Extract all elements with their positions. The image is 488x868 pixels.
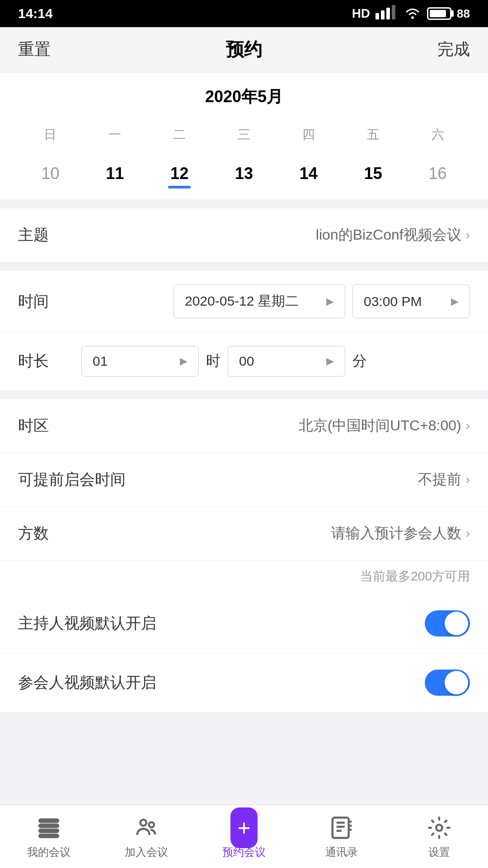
early-start-chevron: › — [466, 472, 470, 487]
hours-unit: 时 — [206, 351, 221, 371]
participants-chevron: › — [466, 526, 470, 541]
day-11[interactable]: 11 — [83, 157, 147, 190]
tab-contacts-label: 通讯录 — [325, 845, 358, 859]
day-10[interactable]: 10 — [18, 157, 83, 190]
tab-schedule-label: 预约会议 — [222, 845, 266, 859]
time-row: 时间 2020-05-12 星期二 ▶ 03:00 PM ▶ — [0, 271, 488, 332]
topic-label: 主题 — [18, 225, 72, 245]
topic-value: lion的BizConf视频会议 › — [72, 225, 470, 245]
svg-rect-0 — [375, 13, 379, 19]
tab-my-meetings[interactable]: 我的会议 — [0, 814, 98, 859]
done-button[interactable]: 完成 — [437, 38, 470, 61]
minutes-unit: 分 — [352, 351, 367, 371]
nav-bar: 重置 预约 完成 — [0, 27, 488, 72]
tab-schedule[interactable]: + 预约会议 — [195, 814, 293, 859]
tab-bar: 我的会议 加入会议 + 预约会议 — [0, 805, 488, 868]
duration-inputs: 01 ▶ 时 00 ▶ 分 — [81, 346, 367, 377]
timezone-label: 时区 — [18, 415, 72, 436]
svg-rect-6 — [40, 825, 58, 827]
hours-arrow: ▶ — [180, 355, 188, 367]
add-icon: + — [230, 814, 258, 841]
attendee-video-row: 参会人视频默认开启 — [0, 653, 488, 712]
schedule-add-btn[interactable]: + — [230, 807, 258, 848]
host-video-knob — [445, 612, 468, 635]
wifi-icon — [404, 5, 422, 23]
host-video-label: 主持人视频默认开启 — [18, 613, 156, 634]
svg-rect-8 — [40, 835, 58, 837]
attendee-video-value — [156, 670, 470, 696]
tab-settings-label: 设置 — [428, 845, 450, 859]
timezone-row[interactable]: 时区 北京(中国时间UTC+8:00) › — [0, 399, 488, 453]
time-picker-arrow: ▶ — [451, 296, 459, 307]
contacts-icon — [328, 814, 355, 841]
time-picker[interactable]: 03:00 PM ▶ — [352, 284, 470, 318]
date-picker-arrow: ▶ — [326, 296, 334, 307]
topic-row[interactable]: 主题 lion的BizConf视频会议 › — [0, 208, 488, 262]
weekday-3: 三 — [212, 122, 277, 148]
day-14[interactable]: 14 — [276, 157, 341, 190]
svg-point-4 — [411, 16, 414, 19]
host-video-row: 主持人视频默认开启 — [0, 594, 488, 653]
settings-section: 时区 北京(中国时间UTC+8:00) › 可提前启会时间 不提前 › 方数 请… — [0, 399, 488, 712]
status-right: HD 88 — [352, 5, 470, 23]
weekday-5: 五 — [341, 122, 405, 148]
svg-point-10 — [149, 822, 154, 827]
minutes-arrow: ▶ — [326, 355, 334, 367]
attendee-video-knob — [445, 671, 468, 694]
users-icon — [133, 814, 160, 841]
settings-icon — [426, 814, 453, 841]
signal-bars — [375, 5, 398, 23]
weekday-1: 一 — [83, 122, 147, 148]
svg-rect-5 — [40, 820, 58, 822]
status-time: 14:14 — [18, 6, 53, 21]
weekday-4: 四 — [276, 122, 341, 148]
day-15[interactable]: 15 — [341, 157, 405, 190]
host-video-value — [156, 610, 470, 637]
calendar-days: 10 11 12 13 14 15 16 — [18, 157, 470, 190]
weekday-2: 二 — [147, 122, 212, 148]
day-16[interactable]: 16 — [405, 157, 470, 190]
early-start-row[interactable]: 可提前启会时间 不提前 › — [0, 453, 488, 507]
svg-point-18 — [436, 825, 442, 831]
date-picker[interactable]: 2020-05-12 星期二 ▶ — [174, 284, 345, 318]
attendee-video-toggle[interactable] — [425, 670, 470, 696]
calendar-month: 2020年5月 — [18, 86, 470, 108]
calendar-weekdays: 日 一 二 三 四 五 六 — [18, 122, 470, 148]
duration-row: 时长 01 ▶ 时 00 ▶ 分 — [0, 332, 488, 390]
weekday-6: 六 — [405, 122, 470, 148]
weekday-0: 日 — [18, 122, 83, 148]
early-start-label: 可提前启会时间 — [18, 469, 126, 490]
participants-label: 方数 — [18, 523, 72, 544]
svg-rect-1 — [381, 10, 385, 19]
page-title: 预约 — [226, 37, 262, 62]
timezone-chevron: › — [466, 419, 470, 433]
participants-info: 当前最多200方可用 — [0, 561, 488, 594]
list-icon — [35, 814, 62, 841]
tab-settings[interactable]: 设置 — [390, 814, 488, 859]
duration-label: 时长 — [18, 351, 72, 372]
timezone-value: 北京(中国时间UTC+8:00) › — [72, 416, 470, 436]
tab-join-label: 加入会议 — [125, 845, 168, 859]
signal-icon: HD — [352, 6, 370, 21]
svg-rect-3 — [392, 5, 395, 19]
tab-contacts[interactable]: 通讯录 — [293, 814, 390, 859]
day-13[interactable]: 13 — [212, 157, 277, 190]
tab-join[interactable]: 加入会议 — [98, 814, 195, 859]
day-12[interactable]: 12 — [147, 157, 212, 190]
host-video-toggle[interactable] — [425, 610, 470, 637]
participants-value: 请输入预计参会人数 › — [72, 524, 470, 543]
early-start-value: 不提前 › — [126, 470, 470, 490]
minutes-picker[interactable]: 00 ▶ — [228, 346, 345, 377]
battery-icon — [427, 7, 451, 20]
svg-rect-2 — [386, 8, 390, 19]
tab-my-meetings-label: 我的会议 — [27, 845, 70, 859]
svg-point-9 — [141, 820, 147, 826]
hours-picker[interactable]: 01 ▶ — [81, 346, 199, 377]
reset-button[interactable]: 重置 — [18, 38, 51, 61]
attendee-video-label: 参会人视频默认开启 — [18, 672, 156, 693]
time-label: 时间 — [18, 291, 72, 312]
battery-level: 88 — [457, 7, 470, 21]
participants-row[interactable]: 方数 请输入预计参会人数 › — [0, 507, 488, 561]
time-section: 时间 2020-05-12 星期二 ▶ 03:00 PM ▶ 时长 01 ▶ 时… — [0, 271, 488, 390]
calendar-section: 2020年5月 日 一 二 三 四 五 六 10 11 12 13 14 15 … — [0, 72, 488, 199]
